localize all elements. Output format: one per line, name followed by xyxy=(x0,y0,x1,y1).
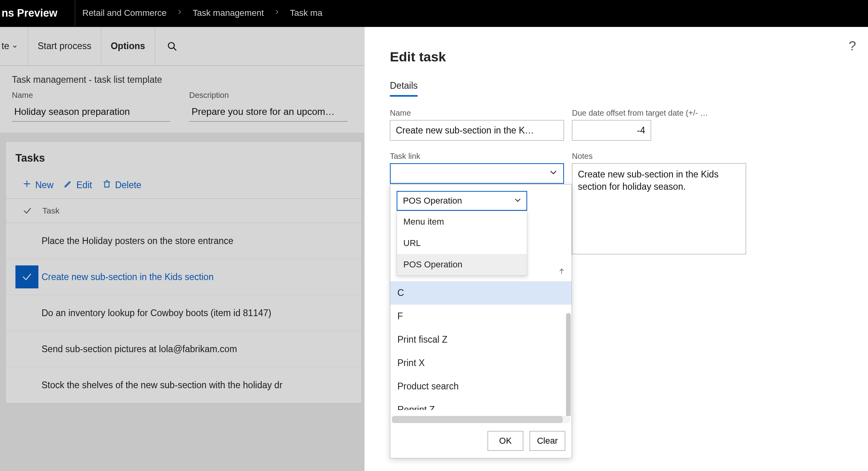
sort-asc-icon[interactable] xyxy=(558,266,565,279)
operation-list-item[interactable]: Print fiscal Z xyxy=(390,328,572,351)
chevron-right-icon xyxy=(271,7,283,19)
clear-button[interactable]: Clear xyxy=(530,431,565,451)
panel-tasklink-select[interactable] xyxy=(390,163,564,184)
edit-task-panel: ? Edit task Details Name Create new sub-… xyxy=(364,27,868,471)
scrollbar[interactable] xyxy=(566,313,571,416)
link-type-value: POS Operation xyxy=(397,196,462,206)
modal-backdrop xyxy=(0,27,364,471)
operation-list-item[interactable]: Print X xyxy=(390,351,572,375)
panel-tasklink-label: Task link xyxy=(390,152,564,161)
link-type-select[interactable]: POS Operation xyxy=(397,191,527,211)
top-bar: ns Preview Retail and Commerce Task mana… xyxy=(0,0,868,27)
panel-notes-textarea[interactable] xyxy=(572,163,746,254)
chevron-down-icon xyxy=(549,168,558,179)
panel-due-input[interactable]: -4 xyxy=(572,120,651,141)
breadcrumb-item[interactable]: Task management xyxy=(186,8,271,18)
panel-due-label: Due date offset from target date (+/- … xyxy=(572,109,746,118)
tasklink-dropdown: POS Operation Menu itemURLPOS Operation … xyxy=(390,184,572,458)
ok-button[interactable]: OK xyxy=(488,431,523,451)
breadcrumb-item[interactable]: Retail and Commerce xyxy=(75,8,174,18)
panel-notes-label: Notes xyxy=(572,152,746,161)
horizontal-scrollbar[interactable] xyxy=(392,416,570,423)
operation-list-item[interactable]: Product search xyxy=(390,375,572,398)
panel-name-input[interactable]: Create new sub-section in the K… xyxy=(390,120,564,141)
link-type-option[interactable]: POS Operation xyxy=(397,254,527,275)
chevron-down-icon xyxy=(514,196,522,206)
help-icon[interactable]: ? xyxy=(849,38,856,53)
operation-list-item[interactable]: F xyxy=(390,305,572,328)
chevron-right-icon xyxy=(174,7,186,19)
breadcrumb: Retail and Commerce Task management Task… xyxy=(75,0,868,26)
panel-name-label: Name xyxy=(390,109,564,118)
operation-list: CFPrint fiscal ZPrint XProduct searchRep… xyxy=(390,281,572,416)
link-type-menu: Menu itemURLPOS Operation xyxy=(397,211,527,276)
panel-title: Edit task xyxy=(390,49,844,65)
operation-list-item[interactable]: C xyxy=(390,281,572,305)
app-title: ns Preview xyxy=(0,0,75,26)
operation-list-item[interactable]: Reprint Z xyxy=(390,398,572,410)
link-type-option[interactable]: URL xyxy=(397,233,527,254)
breadcrumb-item[interactable]: Task ma xyxy=(283,8,330,18)
dropdown-footer: OK Clear xyxy=(390,425,572,458)
tab-details[interactable]: Details xyxy=(390,80,418,97)
link-type-option[interactable]: Menu item xyxy=(397,211,527,233)
